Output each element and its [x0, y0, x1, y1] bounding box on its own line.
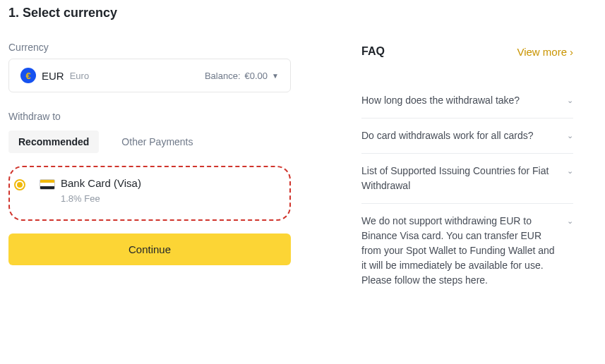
faq-question: List of Supported Issuing Countries for … — [361, 164, 560, 193]
currency-label: Currency — [8, 42, 291, 53]
withdraw-to-label: Withdraw to — [8, 111, 291, 122]
currency-name: Euro — [70, 71, 89, 81]
chevron-down-icon: ⌄ — [567, 217, 573, 226]
currency-code: EUR — [42, 70, 64, 82]
chevron-down-icon: ⌄ — [567, 131, 573, 140]
chevron-down-icon: ▼ — [272, 72, 279, 80]
faq-item[interactable]: Do card withdrawals work for all cards? … — [361, 119, 573, 154]
chevron-down-icon: ⌄ — [567, 166, 573, 176]
radio-selected-icon — [14, 179, 25, 190]
faq-title: FAQ — [361, 45, 385, 58]
view-more-link[interactable]: View more › — [517, 46, 573, 58]
payment-tabs: Recommended Other Payments — [8, 131, 291, 153]
balance-label: Balance: — [205, 71, 241, 81]
bank-card-icon — [40, 179, 55, 190]
faq-question: Do card withdrawals work for all cards? — [361, 128, 560, 143]
faq-item[interactable]: How long does the withdrawal take? ⌄ — [361, 83, 573, 119]
chevron-down-icon: ⌄ — [567, 96, 573, 105]
payment-option-fee: 1.8% Fee — [61, 193, 141, 204]
chevron-right-icon: › — [570, 46, 573, 58]
faq-question: We do not support withdrawing EUR to Bin… — [361, 214, 560, 288]
balance-value: €0.00 — [245, 71, 268, 81]
tab-recommended[interactable]: Recommended — [8, 131, 99, 153]
step-heading: 1. Select currency — [8, 6, 291, 20]
faq-item[interactable]: We do not support withdrawing EUR to Bin… — [361, 204, 573, 298]
payment-option-title: Bank Card (Visa) — [61, 177, 141, 189]
payment-option-bank-card[interactable]: Bank Card (Visa) 1.8% Fee — [8, 166, 291, 221]
euro-icon: € — [20, 68, 36, 83]
faq-question: How long does the withdrawal take? — [361, 93, 560, 108]
tab-other-payments[interactable]: Other Payments — [112, 131, 203, 153]
faq-item[interactable]: List of Supported Issuing Countries for … — [361, 154, 573, 204]
currency-selector[interactable]: € EUR Euro Balance: €0.00 ▼ — [8, 59, 291, 92]
continue-button[interactable]: Continue — [8, 233, 291, 265]
